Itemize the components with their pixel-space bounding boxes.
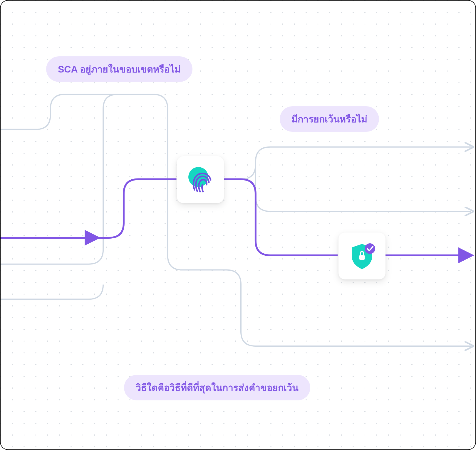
svg-rect-1 xyxy=(359,255,365,260)
label-text: มีการยกเว้นหรือไม่ xyxy=(291,114,367,124)
label-exemption-exists: มีการยกเว้นหรือไม่ xyxy=(280,106,379,132)
shield-check-icon xyxy=(346,240,378,272)
label-best-method: วิธีใดคือวิธีที่ดีที่สุดในการส่งคำขอยกเว… xyxy=(124,375,310,400)
label-sca-scope: SCA อยู่ภายในขอบเขตหรือไม่ xyxy=(46,56,192,82)
label-text: วิธีใดคือวิธีที่ดีที่สุดในการส่งคำขอยกเว… xyxy=(136,382,299,393)
diagram-canvas: SCA อยู่ภายในขอบเขตหรือไม่ มีการยกเว้นหร… xyxy=(0,0,476,450)
svg-point-2 xyxy=(365,243,375,254)
fingerprint-icon xyxy=(184,164,217,196)
label-text: SCA อยู่ภายในขอบเขตหรือไม่ xyxy=(58,64,181,75)
fingerprint-node xyxy=(177,156,224,203)
shield-node xyxy=(338,232,386,279)
